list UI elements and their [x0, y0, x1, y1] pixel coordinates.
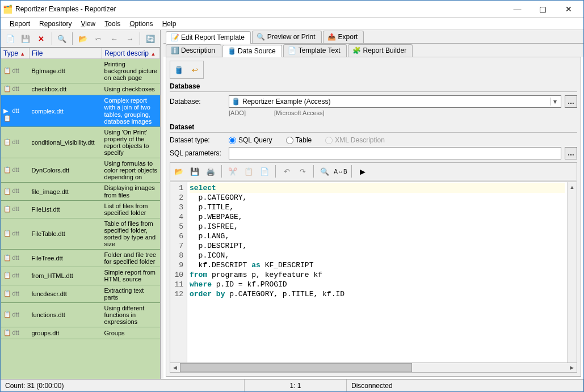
run-sql-button[interactable]: ▶: [355, 164, 370, 179]
table-row[interactable]: 📋dttBgImage.dttPrinting background pictu…: [1, 59, 160, 83]
row-marker-icon: 📋: [3, 138, 11, 146]
radio-sql-query[interactable]: SQL Query: [229, 136, 272, 144]
separator: [275, 165, 276, 178]
db-icon: 🛢️: [232, 98, 240, 106]
minimize-button[interactable]: —: [505, 1, 530, 17]
separator: [313, 165, 314, 178]
find-sql-button[interactable]: 🔍: [317, 164, 332, 179]
save-button[interactable]: 💾: [19, 31, 33, 46]
tab-preview-or-print[interactable]: 🔍Preview or Print: [252, 31, 322, 43]
database-select[interactable]: 🛢️ Reportizer Example (Access) ▾: [229, 95, 561, 108]
table-row[interactable]: 📋dttDynColors.dttUsing formulas to color…: [1, 158, 160, 183]
scroll-thumb[interactable]: [180, 363, 412, 372]
database-value: Reportizer Example (Access): [242, 98, 548, 106]
table-row[interactable]: 📋dttgroups.dttGroups: [1, 327, 160, 339]
row-marker-icon: 📋: [3, 67, 11, 75]
new-button[interactable]: 📄: [3, 31, 18, 46]
print-sql-button[interactable]: 🖨️: [203, 164, 218, 179]
database-label: Database:: [170, 98, 225, 106]
reports-grid[interactable]: Type ▲ File Report descrip ▲ 📋dttBgImage…: [1, 48, 160, 379]
preview-icon: 🔍: [257, 33, 265, 41]
row-marker-icon: 📋: [3, 205, 11, 213]
menu-view[interactable]: View: [76, 19, 100, 29]
menu-tools[interactable]: Tools: [100, 19, 125, 29]
nav-next-button[interactable]: →: [123, 31, 137, 46]
sql-params-input[interactable]: [229, 147, 561, 159]
cell-desc: Simple report from HTML source: [102, 267, 160, 285]
menu-help[interactable]: Help: [158, 19, 181, 29]
copy-button[interactable]: 📋: [241, 164, 256, 179]
open-sql-button[interactable]: 📂: [171, 164, 186, 179]
find-replace-button[interactable]: A↔B: [333, 164, 348, 179]
cell-desc: List of files from specified folder: [102, 200, 160, 218]
dataset-type-label: Dataset type:: [170, 136, 225, 144]
table-row[interactable]: 📋dttFileList.dttList of files from speci…: [1, 200, 160, 218]
menu-options[interactable]: Options: [125, 19, 157, 29]
tab-export[interactable]: 📤Export: [323, 31, 364, 43]
status-count: Count: 31 (0:00:00): [1, 380, 245, 391]
cell-file: funcdescr.dtt: [30, 285, 102, 302]
nav-prev-button[interactable]: ←: [107, 31, 121, 46]
sub-tabs: ℹ️Description🛢️Data Source📄Template Text…: [163, 43, 583, 57]
hscrollbar[interactable]: ◀ ▶: [170, 363, 577, 373]
refresh-button[interactable]: 🔄: [143, 31, 158, 46]
tab-edit-report-template[interactable]: 📝Edit Report Template: [166, 31, 251, 44]
scroll-up-icon[interactable]: ▲: [568, 182, 577, 192]
col-type[interactable]: Type ▲: [1, 48, 30, 59]
menu-report[interactable]: Report: [5, 19, 35, 29]
sql-params-browse-button[interactable]: …: [565, 147, 577, 159]
cell-file: conditional_visibility.dtt: [30, 127, 102, 158]
scroll-right-icon[interactable]: ▶: [567, 365, 577, 370]
open-folder-button[interactable]: 📂: [75, 31, 90, 46]
tab-data-source[interactable]: 🛢️Data Source: [222, 45, 282, 57]
sort-asc-icon: ▲: [20, 51, 25, 57]
cell-desc: Printing background picture on each page: [102, 59, 160, 83]
db-connect-button[interactable]: 🛢️: [171, 62, 186, 77]
database-browse-button[interactable]: …: [565, 95, 577, 108]
vscrollbar[interactable]: ▲: [567, 182, 577, 363]
table-row[interactable]: 📋dttFileTable.dttTable of files from spe…: [1, 218, 160, 249]
table-row[interactable]: 📋dttfrom_HTML.dttSimple report from HTML…: [1, 267, 160, 285]
separator: [52, 32, 52, 45]
col-desc[interactable]: Report descrip ▲: [102, 48, 160, 59]
col-file[interactable]: File: [30, 48, 102, 59]
cell-file: DynColors.dtt: [30, 158, 102, 183]
row-marker-icon: 📋: [3, 254, 11, 262]
sql-editor[interactable]: 123456789101112 select p.CATEGORY, p.TIT…: [170, 182, 577, 363]
db-icon: 🛢️: [228, 47, 236, 55]
table-row[interactable]: 📋dttfunctions.dttUsing different functio…: [1, 302, 160, 327]
cut-button[interactable]: ✂️: [225, 164, 240, 179]
maximize-button[interactable]: ▢: [530, 1, 556, 17]
tab-report-builder[interactable]: 🧩Report Builder: [348, 44, 413, 57]
sql-code[interactable]: select p.CATEGORY, p.TITLE, p.WEBPAGE, p…: [187, 182, 567, 363]
table-row[interactable]: ▶📋dttcomplex.dttComplex report with a jo…: [1, 95, 160, 127]
chevron-down-icon[interactable]: ▾: [550, 98, 560, 106]
table-row[interactable]: 📋dttconditional_visibility.dttUsing 'On …: [1, 127, 160, 158]
separator: [140, 32, 140, 45]
redo-button[interactable]: ↷: [295, 164, 310, 179]
table-row[interactable]: 📋dttcheckbox.dttUsing checkboxes: [1, 83, 160, 95]
db-back-button[interactable]: ↩: [187, 62, 202, 77]
save-sql-button[interactable]: 💾: [187, 164, 202, 179]
undo-button[interactable]: ↶: [279, 164, 294, 179]
tab-description[interactable]: ℹ️Description: [166, 44, 221, 57]
find-button[interactable]: 🔍: [55, 31, 70, 46]
cell-file: FileList.dtt: [30, 200, 102, 218]
editor-pane: 📝Edit Report Template🔍Preview or Print📤E…: [163, 30, 583, 379]
close-button[interactable]: ✕: [556, 1, 581, 17]
cell-file: from_HTML.dtt: [30, 267, 102, 285]
delete-button[interactable]: ✕: [34, 31, 49, 46]
edit-icon: 📝: [171, 33, 179, 41]
cell-file: file_image.dtt: [30, 183, 102, 200]
menu-repository[interactable]: Repository: [35, 19, 76, 29]
table-row[interactable]: 📋dttfuncdescr.dttExtracting text parts: [1, 285, 160, 302]
table-row[interactable]: 📋dttFileTree.dttFolder and file tree for…: [1, 250, 160, 267]
repository-pane: 📄 💾 ✕ 🔍 📂 ⤺ ← → 🔄 Type ▲: [1, 30, 161, 379]
paste-button[interactable]: 📄: [257, 164, 272, 179]
tab-template-text[interactable]: 📄Template Text: [283, 44, 347, 57]
cell-desc: Extracting text parts: [102, 285, 160, 302]
table-row[interactable]: 📋dttfile_image.dttDisplaying images from…: [1, 183, 160, 200]
nav-first-button[interactable]: ⤺: [91, 31, 106, 46]
scroll-left-icon[interactable]: ◀: [170, 365, 180, 370]
radio-table[interactable]: Table: [286, 136, 312, 144]
